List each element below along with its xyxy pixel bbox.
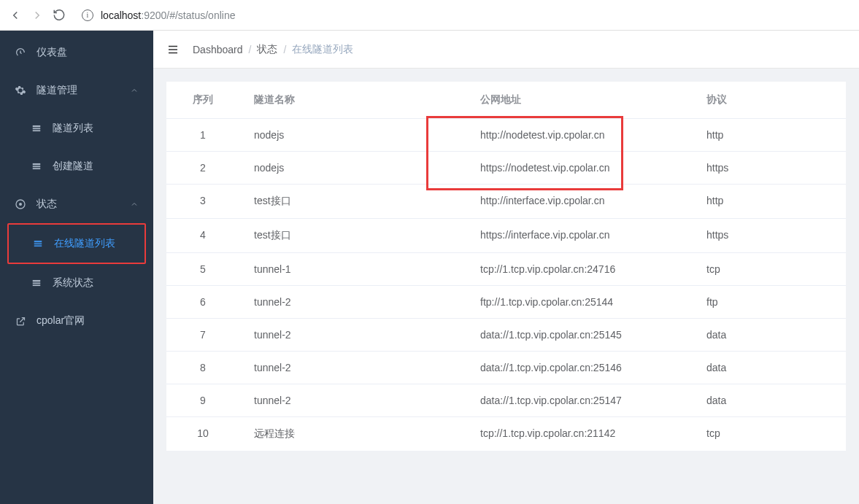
table-row[interactable]: 7tunnel-2data://1.tcp.vip.cpolar.cn:2514… [166, 318, 846, 351]
main-area: Dashboard / 状态 / 在线隧道列表 序列 隧道名称 公网地址 协议 … [153, 31, 859, 504]
cell-name: tunnel-2 [239, 319, 466, 351]
cell-index: 4 [166, 219, 239, 252]
back-button[interactable] [9, 9, 22, 22]
breadcrumb-current: 在线隧道列表 [292, 43, 353, 56]
chevron-up-icon [130, 200, 139, 209]
svg-rect-10 [34, 245, 42, 247]
breadcrumb-item[interactable]: Dashboard [193, 44, 243, 55]
sidebar: 仪表盘 隧道管理 隧道列表 创建隧道 [0, 31, 153, 504]
table-header: 序列 隧道名称 公网地址 协议 [166, 82, 846, 118]
svg-rect-12 [33, 282, 41, 284]
table-row[interactable]: 3test接口http://interface.vip.cpolar.cnhtt… [166, 184, 846, 218]
col-proto: 协议 [692, 82, 846, 118]
cell-index: 9 [166, 384, 239, 416]
cell-proto: http [692, 119, 846, 151]
cell-index: 1 [166, 119, 239, 151]
table-row[interactable]: 6tunnel-2ftp://1.tcp.vip.cpolar.cn:25144… [166, 285, 846, 318]
forward-button[interactable] [31, 9, 44, 22]
cell-index: 2 [166, 152, 239, 184]
cell-url: data://1.tcp.vip.cpolar.cn:25146 [466, 352, 692, 384]
table-row[interactable]: 1nodejshttp://nodetest.vip.cpolar.cnhttp [166, 118, 846, 151]
highlight-annotation: 在线隧道列表 [7, 223, 146, 264]
address-bar[interactable]: i localhost:9200/#/status/online [74, 9, 850, 21]
svg-rect-9 [34, 243, 42, 244]
table-row[interactable]: 10远程连接tcp://1.tcp.vip.cpolar.cn:21142tcp [166, 416, 846, 451]
cell-proto: https [692, 152, 846, 184]
cell-proto: ftp [692, 286, 846, 318]
sidebar-item-tunnel-list[interactable]: 隧道列表 [0, 109, 153, 147]
svg-rect-1 [33, 128, 41, 129]
cell-url: https://interface.vip.cpolar.cn [466, 219, 692, 252]
url-text: localhost:9200/#/status/online [101, 9, 235, 21]
cell-proto: https [692, 219, 846, 252]
cell-name: test接口 [239, 219, 466, 252]
table-icon [32, 238, 44, 249]
cell-name: nodejs [239, 119, 466, 151]
table-body: 1nodejshttp://nodetest.vip.cpolar.cnhttp… [166, 118, 846, 451]
sidebar-item-label: 隧道列表 [53, 122, 93, 135]
table-icon [31, 277, 42, 289]
browser-toolbar: i localhost:9200/#/status/online [0, 0, 859, 31]
table-icon [31, 160, 42, 172]
cell-url: data://1.tcp.vip.cpolar.cn:25145 [466, 319, 692, 351]
cell-proto: http [692, 185, 846, 218]
cell-url: ftp://1.tcp.vip.cpolar.cn:25144 [466, 286, 692, 318]
table-row[interactable]: 9tunnel-2data://1.tcp.vip.cpolar.cn:2514… [166, 384, 846, 416]
cell-proto: data [692, 352, 846, 384]
cell-index: 8 [166, 352, 239, 384]
gear-icon [15, 85, 26, 96]
col-index: 序列 [166, 82, 239, 118]
svg-rect-2 [33, 130, 41, 131]
sidebar-item-label: 状态 [36, 198, 57, 211]
top-bar: Dashboard / 状态 / 在线隧道列表 [153, 31, 859, 69]
cell-name: 远程连接 [239, 417, 466, 451]
sidebar-item-label: 隧道管理 [36, 84, 77, 97]
reload-button[interactable] [53, 9, 66, 22]
collapse-sidebar-button[interactable] [166, 43, 180, 56]
breadcrumb-item[interactable]: 状态 [257, 43, 277, 56]
cell-name: nodejs [239, 152, 466, 184]
cell-name: tunnel-2 [239, 352, 466, 384]
sidebar-item-online-list[interactable]: 在线隧道列表 [9, 225, 145, 263]
breadcrumb-separator: / [283, 44, 286, 55]
cell-url: http://nodetest.vip.cpolar.cn [466, 119, 692, 151]
site-info-icon[interactable]: i [82, 9, 93, 21]
cell-url: tcp://1.tcp.vip.cpolar.cn:24716 [466, 253, 692, 285]
svg-rect-8 [34, 241, 42, 242]
svg-rect-4 [33, 166, 41, 167]
sidebar-item-create-tunnel[interactable]: 创建隧道 [0, 147, 153, 185]
cell-proto: data [692, 319, 846, 351]
sidebar-item-dashboard[interactable]: 仪表盘 [0, 34, 153, 71]
cell-url: https://nodetest.vip.cpolar.cn [466, 152, 692, 184]
table-row[interactable]: 2nodejshttps://nodetest.vip.cpolar.cnhtt… [166, 151, 846, 184]
cell-name: tunnel-2 [239, 384, 466, 416]
table-row[interactable]: 4test接口https://interface.vip.cpolar.cnht… [166, 218, 846, 252]
svg-point-7 [19, 203, 22, 206]
cell-url: data://1.tcp.vip.cpolar.cn:25147 [466, 384, 692, 416]
cell-index: 5 [166, 253, 239, 285]
chevron-up-icon [130, 86, 139, 95]
sidebar-item-label: cpolar官网 [36, 314, 85, 327]
sidebar-group-status[interactable]: 状态 [0, 185, 153, 223]
sidebar-item-cpolar-site[interactable]: cpolar官网 [0, 302, 153, 340]
sidebar-item-label: 在线隧道列表 [54, 237, 115, 250]
svg-rect-11 [33, 280, 41, 282]
cell-index: 6 [166, 286, 239, 318]
cell-index: 7 [166, 319, 239, 351]
sidebar-group-tunnel-mgmt[interactable]: 隧道管理 [0, 71, 153, 109]
tunnel-table: 序列 隧道名称 公网地址 协议 1nodejshttp://nodetest.v… [166, 82, 846, 451]
table-row[interactable]: 5tunnel-1tcp://1.tcp.vip.cpolar.cn:24716… [166, 252, 846, 285]
table-icon [31, 123, 42, 134]
sidebar-item-system-status[interactable]: 系统状态 [0, 264, 153, 302]
svg-rect-13 [33, 284, 41, 286]
breadcrumb-separator: / [249, 44, 252, 55]
col-url: 公网地址 [466, 82, 692, 118]
cell-name: tunnel-2 [239, 286, 466, 318]
cell-url: http://interface.vip.cpolar.cn [466, 185, 692, 218]
cell-proto: data [692, 384, 846, 416]
col-name: 隧道名称 [239, 82, 466, 118]
svg-rect-5 [33, 168, 41, 169]
breadcrumb: Dashboard / 状态 / 在线隧道列表 [193, 43, 353, 56]
table-row[interactable]: 8tunnel-2data://1.tcp.vip.cpolar.cn:2514… [166, 351, 846, 384]
sidebar-item-label: 创建隧道 [53, 160, 93, 173]
